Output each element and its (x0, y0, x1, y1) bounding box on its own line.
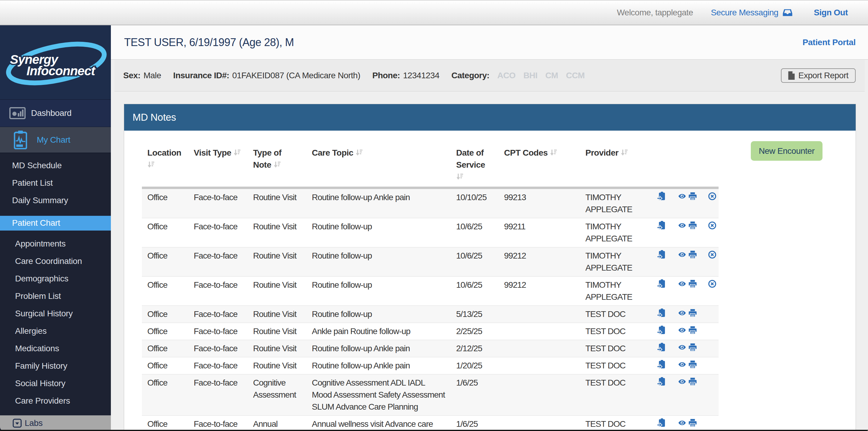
sidebar-item-family-history[interactable]: Family History (0, 357, 111, 375)
sidebar-item-appointments[interactable]: Appointments (0, 235, 111, 253)
sidebar-item-care-providers[interactable]: Care Providers (0, 392, 111, 410)
secure-messaging-link[interactable]: Secure Messaging (711, 7, 793, 18)
print-note-icon[interactable] (689, 250, 696, 262)
sort-icon (456, 173, 463, 180)
i-assign-use (657, 377, 665, 386)
row-actions (651, 306, 719, 323)
view-note-icon[interactable] (678, 325, 686, 337)
cell-care-topic: Routine follow-up Ankle pain (306, 340, 451, 357)
column-header-date-of-service[interactable]: Date of Service (451, 143, 499, 188)
print-note-icon[interactable] (689, 221, 696, 233)
cell-care-topic: Annual wellness visit Advance care (306, 416, 451, 431)
delete-note-icon[interactable] (708, 279, 716, 291)
print-note-icon-svg (689, 280, 696, 288)
sidebar-item-dashboard[interactable]: Dashboard (0, 99, 111, 127)
view-note-icon[interactable] (678, 279, 686, 291)
sidebar-item-patient-chart[interactable]: Patient Chart (0, 216, 111, 231)
sidebar-item-care-coordination[interactable]: Care Coordination (0, 253, 111, 270)
sidebar-item-patient-list[interactable]: Patient List (0, 174, 111, 192)
md-notes-panel-body: New Encounter Location Visit Type Type o… (124, 131, 856, 431)
category-value: CCM (566, 71, 585, 80)
assign-note-icon[interactable] (657, 342, 665, 355)
sidebar-item-social-history[interactable]: Social History (0, 375, 111, 392)
column-header-type-of-note[interactable]: Type of Note (248, 143, 306, 188)
sidebar-item-surgical-history[interactable]: Surgical History (0, 305, 111, 322)
i-assign-use (657, 308, 665, 317)
i-file-use (788, 71, 795, 80)
print-note-icon[interactable] (689, 418, 696, 430)
view-note-icon-svg (678, 378, 686, 386)
assign-note-icon[interactable] (657, 221, 665, 233)
sidebar-item-problem-list[interactable]: Problem List (0, 288, 111, 305)
view-note-icon[interactable] (678, 221, 686, 233)
print-note-icon[interactable] (689, 279, 696, 291)
cell-visit-type: Face-to-face (188, 340, 248, 357)
print-note-icon[interactable] (689, 325, 696, 337)
i-eye-use (679, 328, 686, 333)
column-header-location[interactable]: Location (142, 143, 188, 188)
app-logo[interactable]: Synergy Infoconnect (0, 25, 111, 99)
column-header-cpt-codes[interactable]: CPT Codes (499, 143, 580, 188)
assign-note-icon[interactable] (657, 377, 665, 389)
column-header-label: Visit Type (194, 148, 231, 157)
i-assign-use (657, 192, 665, 200)
table-row: OfficeFace-to-faceAnnualAnnual wellness … (142, 416, 719, 431)
assign-note-icon-svg (657, 308, 665, 317)
assign-note-icon[interactable] (657, 418, 665, 430)
print-note-icon[interactable] (689, 377, 696, 389)
column-header-visit-type[interactable]: Visit Type (188, 143, 248, 188)
sidebar-item-medications[interactable]: Medications (0, 340, 111, 357)
view-note-icon[interactable] (678, 308, 686, 320)
sidebar-item-my-chart[interactable]: My Chart (0, 127, 111, 153)
cell-provider: TEST DOC (580, 340, 651, 357)
new-encounter-button[interactable]: New Encounter (751, 141, 823, 161)
print-note-icon[interactable] (689, 342, 696, 355)
delete-note-icon[interactable] (708, 191, 716, 203)
cell-visit-type: Face-to-face (188, 323, 248, 340)
cell-date-of-service: 2/12/25 (451, 340, 499, 357)
table-head: Location Visit Type Type of Note Care To… (142, 143, 719, 188)
column-header-care-topic[interactable]: Care Topic (306, 143, 451, 188)
print-note-icon[interactable] (689, 360, 696, 372)
view-note-icon[interactable] (678, 418, 686, 430)
delete-note-icon[interactable] (708, 250, 716, 262)
sign-out-link[interactable]: Sign Out (814, 8, 848, 18)
assign-note-icon[interactable] (657, 279, 665, 291)
my-chart-icon (14, 131, 27, 149)
print-note-icon[interactable] (689, 308, 696, 320)
assign-note-icon[interactable] (657, 191, 665, 203)
column-header-provider[interactable]: Provider (580, 143, 651, 188)
sidebar-submenu: AppointmentsCare CoordinationDemographic… (0, 231, 111, 410)
cell-cpt-codes (499, 323, 580, 340)
sidebar-item-daily-summary[interactable]: Daily Summary (0, 192, 111, 209)
view-note-icon[interactable] (678, 191, 686, 203)
sort-icon (621, 149, 628, 156)
i-eye-use (679, 253, 686, 257)
print-note-icon-svg (689, 251, 696, 259)
sidebar-item-md-schedule[interactable]: MD Schedule (0, 157, 111, 174)
view-note-icon[interactable] (678, 342, 686, 355)
sidebar-item-labs[interactable]: Labs (0, 416, 111, 431)
assign-note-icon[interactable] (657, 360, 665, 372)
i-sort-use (457, 174, 463, 179)
cell-location: Office (142, 340, 188, 357)
assign-note-icon[interactable] (657, 250, 665, 262)
assign-note-icon[interactable] (657, 325, 665, 337)
table-row: OfficeFace-to-faceCognitive AssessmentCo… (142, 374, 719, 416)
cell-cpt-codes: 99211 (499, 218, 580, 247)
patient-portal-link[interactable]: Patient Portal (803, 38, 856, 47)
sidebar-item-demographics[interactable]: Demographics (0, 270, 111, 288)
assign-note-icon[interactable] (657, 308, 665, 320)
sidebar-item-allergies[interactable]: Allergies (0, 322, 111, 340)
view-note-icon[interactable] (678, 377, 686, 389)
print-note-icon[interactable] (689, 191, 696, 203)
view-note-icon[interactable] (678, 360, 686, 372)
row-actions (651, 188, 719, 218)
cell-provider: TIMOTHY APPLEGATE (580, 188, 651, 218)
assign-note-icon-svg (657, 343, 665, 351)
cell-date-of-service: 5/13/25 (451, 306, 499, 323)
view-note-icon[interactable] (678, 250, 686, 262)
delete-note-icon[interactable] (708, 221, 716, 233)
insurance-value: 01FAKEID087 (CA Medicare North) (232, 71, 360, 80)
export-report-button[interactable]: Export Report (781, 68, 856, 83)
